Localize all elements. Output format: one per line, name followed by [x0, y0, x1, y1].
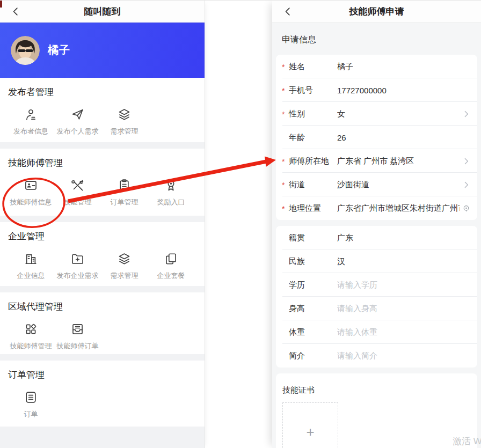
form-row-intro: 简介 请输入简介 [276, 344, 477, 368]
field-label: 姓名 [289, 62, 337, 72]
field-label: 籍贯 [289, 233, 337, 243]
menu-item-label: 发布个人需求 [57, 127, 99, 136]
form-row-gender[interactable]: * 性别 女 [276, 102, 477, 126]
form-row-master-location[interactable]: * 师傅所在地 广东省 广州市 荔湾区 [276, 149, 477, 173]
form-row-weight: 体重 请输入体重 [276, 320, 477, 344]
section-title: 技能师傅管理 [8, 157, 205, 169]
field-label: 体重 [289, 327, 337, 337]
field-label: 身高 [289, 304, 337, 314]
form-row-street[interactable]: * 街道 沙面街道 [276, 173, 477, 196]
right-screen: 技能师傅申请 申请信息 * 姓名 橘子 * 手机号 17727000000 * … [272, 1, 481, 448]
form-card-2: 籍贯 广东 民族 汉 学历 请输入学历 身高 请输入身高 体重 请输入体重 简介… [276, 226, 477, 368]
menu-item-order-management[interactable]: 订单管理 [101, 178, 148, 207]
form-row-ethnicity: 民族 汉 [276, 249, 477, 273]
menu-item-enterprise-info[interactable]: 企业信息 [8, 252, 54, 281]
divider-gap [0, 354, 205, 361]
document-icon [24, 390, 38, 405]
menu-item-label: 技能师傅管理 [10, 341, 52, 351]
geo-position-field[interactable]: 广东省广州市增城区朱村街道广州市 [337, 203, 460, 214]
page-title: 技能师傅申请 [349, 5, 404, 18]
menu-item-publish-personal-demand[interactable]: 发布个人需求 [54, 107, 101, 136]
menu-item-agent-skill-master-management[interactable]: 技能师傅管理 [8, 322, 54, 351]
section-order-management: 订单管理 订单 [0, 361, 205, 427]
user-icon [24, 107, 38, 122]
education-input[interactable]: 请输入学历 [337, 280, 471, 290]
paper-plane-icon [70, 107, 85, 122]
screenshot-stage: 随叫随到 橘子 发布者管理 [0, 0, 481, 448]
form-card-1: * 姓名 橘子 * 手机号 17727000000 * 性别 女 年龄 26 * [276, 55, 477, 220]
certificate-card: 技能证书 + [276, 373, 477, 448]
tools-icon [70, 178, 85, 193]
right-navbar: 技能师傅申请 [272, 1, 481, 23]
form-row-height: 身高 请输入身高 [276, 297, 477, 320]
menu-item-demand-management[interactable]: 需求管理 [101, 107, 148, 136]
aim-location-icon[interactable] [462, 204, 471, 213]
menu-item-skill-management[interactable]: 技能管理 [54, 178, 101, 207]
medal-icon [164, 178, 178, 193]
plus-icon: + [306, 425, 314, 439]
divider-gap [272, 220, 481, 226]
field-label: 手机号 [289, 85, 337, 96]
certificate-title: 技能证书 [282, 385, 477, 395]
menu-item-publish-enterprise-demand[interactable]: 发布企业需求 [54, 252, 101, 281]
master-location-picker[interactable]: 广东省 广州市 荔湾区 [337, 156, 460, 166]
name-field[interactable]: 橘子 [337, 62, 471, 72]
divider-gap [272, 368, 481, 373]
profile-banner: 橘子 [0, 23, 205, 78]
field-label: 学历 [289, 280, 337, 290]
menu-item-orders[interactable]: 订单 [8, 390, 54, 419]
required-asterisk: * [282, 181, 285, 189]
menu-item-label: 发布者信息 [13, 127, 48, 136]
field-label: 性别 [289, 109, 337, 119]
required-asterisk: * [282, 204, 285, 213]
chevron-left-icon [283, 6, 293, 17]
field-label: 民族 [289, 256, 337, 267]
avatar-image [11, 36, 40, 65]
section-publisher-management: 发布者管理 发布者信息 发布个人需求 需求管理 [0, 78, 205, 142]
layers-icon [117, 107, 132, 122]
age-field[interactable]: 26 [337, 133, 471, 142]
ethnicity-field[interactable]: 汉 [337, 256, 471, 267]
required-asterisk: * [282, 157, 285, 166]
weight-input[interactable]: 请输入体重 [337, 327, 471, 337]
menu-item-agent-skill-master-orders[interactable]: 技能师傅订单 [54, 322, 101, 351]
form-row-age: 年龄 26 [276, 126, 477, 149]
menu-item-demand-management-2[interactable]: 需求管理 [101, 252, 148, 281]
form-row-geo-position[interactable]: * 地理位置 广东省广州市增城区朱村街道广州市 [276, 196, 477, 220]
form-section-label: 申请信息 [282, 34, 481, 46]
native-place-field[interactable]: 广东 [337, 233, 471, 243]
activate-windows-watermark: 激活 Windows [453, 435, 481, 447]
left-screen: 随叫随到 橘子 发布者管理 [0, 1, 205, 448]
section-regional-agent-management: 区域代理管理 技能师傅管理 技能师傅订单 [0, 292, 205, 354]
divider-gap [0, 216, 205, 222]
menu-item-reward-entry[interactable]: 奖励入口 [148, 178, 194, 207]
back-button[interactable] [6, 1, 25, 23]
menu-item-publisher-info[interactable]: 发布者信息 [8, 107, 54, 136]
chevron-right-icon [462, 109, 471, 119]
menu-item-label: 技能师傅订单 [57, 341, 99, 351]
menu-item-skill-master-info[interactable]: 技能师傅信息 [8, 178, 54, 207]
form-row-name: * 姓名 橘子 [276, 55, 477, 78]
gender-picker[interactable]: 女 [337, 109, 460, 119]
required-asterisk: * [282, 110, 285, 119]
phone-field[interactable]: 17727000000 [337, 86, 471, 95]
section-title: 订单管理 [8, 369, 205, 381]
clipboard-icon [117, 178, 132, 193]
intro-input[interactable]: 请输入简介 [337, 351, 471, 361]
form-section-header: 申请信息 [272, 23, 481, 55]
divider-gap [0, 286, 205, 292]
avatar[interactable] [11, 36, 40, 65]
id-card-icon [24, 178, 38, 193]
back-button[interactable] [279, 1, 297, 23]
section-enterprise-management: 企业管理 企业信息 发布企业需求 需求管理 企业套餐 [0, 222, 205, 286]
chevron-left-icon [11, 6, 21, 17]
height-input[interactable]: 请输入身高 [337, 304, 471, 314]
page-title: 随叫随到 [84, 5, 121, 18]
menu-item-label: 技能管理 [64, 197, 92, 207]
street-picker[interactable]: 沙面街道 [337, 180, 460, 190]
form-row-phone: * 手机号 17727000000 [276, 78, 477, 102]
required-asterisk: * [282, 63, 285, 71]
field-label: 简介 [289, 351, 337, 361]
upload-certificate-button[interactable]: + [282, 402, 338, 448]
menu-item-enterprise-package[interactable]: 企业套餐 [148, 252, 194, 281]
